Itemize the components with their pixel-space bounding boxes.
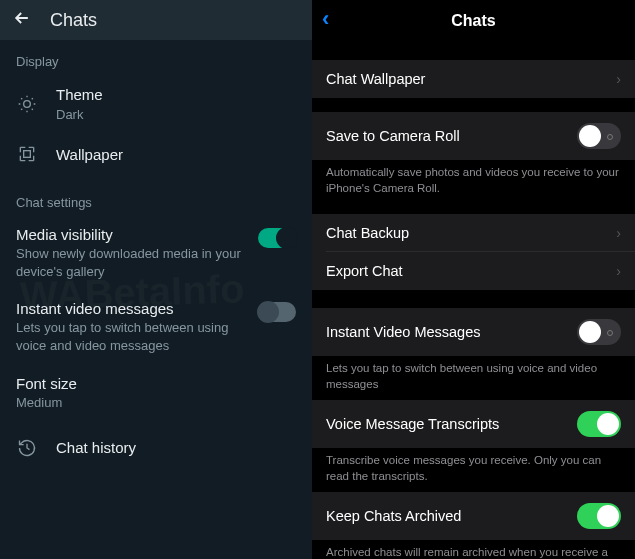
export-chat-row[interactable]: Export Chat › <box>312 252 635 290</box>
chevron-right-icon: › <box>616 71 621 87</box>
chat-settings-section-label: Chat settings <box>0 181 312 216</box>
instant-video-row-left[interactable]: Instant video messages Lets you tap to s… <box>0 290 312 364</box>
voice-transcripts-switch[interactable] <box>577 411 621 437</box>
voice-transcripts-note: Transcribe voice messages you receive. O… <box>312 448 635 492</box>
chat-history-row[interactable]: Chat history <box>0 427 312 469</box>
chat-wallpaper-label: Chat Wallpaper <box>326 71 608 87</box>
left-header-title: Chats <box>50 10 97 31</box>
keep-archived-note: Archived chats will remain archived when… <box>312 540 635 559</box>
wallpaper-title: Wallpaper <box>56 145 296 165</box>
media-visibility-switch[interactable] <box>258 228 296 248</box>
history-icon <box>16 437 38 459</box>
media-visibility-title: Media visibility <box>16 226 248 243</box>
instant-video-switch-right[interactable] <box>577 319 621 345</box>
ios-chats-settings: ‹ Chats Chat Wallpaper › Save to Camera … <box>312 0 635 559</box>
font-size-row[interactable]: Font size Medium <box>0 365 312 422</box>
export-chat-label: Export Chat <box>326 263 608 279</box>
font-size-title: Font size <box>16 375 296 392</box>
wallpaper-icon <box>16 143 38 165</box>
chat-history-title: Chat history <box>56 438 296 458</box>
left-header: Chats <box>0 0 312 40</box>
voice-transcripts-row[interactable]: Voice Message Transcripts <box>312 400 635 448</box>
media-visibility-row[interactable]: Media visibility Show newly downloaded m… <box>0 216 312 290</box>
chevron-right-icon: › <box>616 263 621 279</box>
chevron-right-icon: › <box>616 225 621 241</box>
back-chevron-icon[interactable]: ‹ <box>322 8 329 30</box>
theme-row[interactable]: Theme Dark <box>0 75 312 133</box>
save-camera-roll-label: Save to Camera Roll <box>326 128 577 144</box>
instant-video-switch-left[interactable] <box>258 302 296 322</box>
right-header-title: Chats <box>451 12 495 30</box>
instant-video-desc-left: Lets you tap to switch between using voi… <box>16 319 248 354</box>
instant-video-title-left: Instant video messages <box>16 300 248 317</box>
font-size-value: Medium <box>16 394 296 412</box>
chat-wallpaper-row[interactable]: Chat Wallpaper › <box>312 60 635 98</box>
save-camera-roll-switch[interactable] <box>577 123 621 149</box>
instant-video-row-right[interactable]: Instant Video Messages <box>312 308 635 356</box>
right-body: Chat Wallpaper › Save to Camera Roll Aut… <box>312 42 635 559</box>
media-visibility-desc: Show newly downloaded media in your devi… <box>16 245 248 280</box>
svg-rect-1 <box>24 151 31 158</box>
save-camera-roll-row[interactable]: Save to Camera Roll <box>312 112 635 160</box>
wallpaper-row[interactable]: Wallpaper <box>0 133 312 175</box>
keep-archived-label: Keep Chats Archived <box>326 508 577 524</box>
instant-video-note-right: Lets you tap to switch between using voi… <box>312 356 635 400</box>
voice-transcripts-label: Voice Message Transcripts <box>326 416 577 432</box>
theme-title: Theme <box>56 85 296 105</box>
android-chats-settings: Chats Display Theme Dark Wallpaper Chat … <box>0 0 312 559</box>
right-header: ‹ Chats <box>312 0 635 42</box>
save-camera-roll-note: Automatically save photos and videos you… <box>312 160 635 204</box>
instant-video-label-right: Instant Video Messages <box>326 324 577 340</box>
svg-point-0 <box>24 101 31 108</box>
keep-archived-row[interactable]: Keep Chats Archived <box>312 492 635 540</box>
chat-backup-label: Chat Backup <box>326 225 608 241</box>
theme-icon <box>16 93 38 115</box>
back-arrow-icon[interactable] <box>12 8 32 33</box>
display-section-label: Display <box>0 40 312 75</box>
chat-backup-row[interactable]: Chat Backup › <box>312 214 635 252</box>
theme-value: Dark <box>56 107 296 124</box>
keep-archived-switch[interactable] <box>577 503 621 529</box>
